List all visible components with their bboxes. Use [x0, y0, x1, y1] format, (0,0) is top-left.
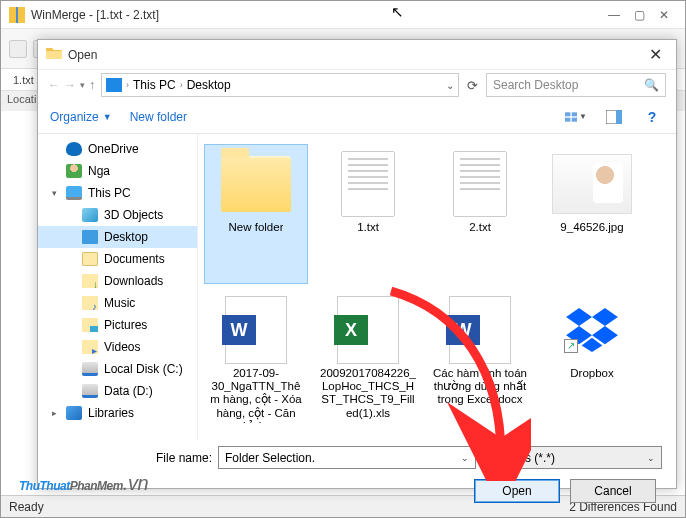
breadcrumb[interactable]: › This PC › Desktop ⌄ [101, 73, 459, 97]
file-label: Dropbox [570, 367, 613, 380]
chevron-icon: ▾ [52, 188, 60, 198]
search-input[interactable] [493, 78, 644, 92]
file-item[interactable]: 1.txt [316, 144, 420, 284]
close-icon[interactable]: ✕ [643, 43, 668, 66]
file-type-value: All Files (*.*) [489, 451, 555, 465]
organize-menu[interactable]: Organize ▼ [50, 110, 112, 124]
view-mode-button[interactable]: ▼ [564, 107, 588, 127]
nav-item-label: Data (D:) [104, 384, 153, 398]
nav-item-downloads[interactable]: Downloads [38, 270, 197, 292]
file-item[interactable]: Các hàm tính toán thường dùng nhất trong… [428, 290, 532, 430]
help-icon[interactable]: ? [640, 107, 664, 127]
main-title-bar: WinMerge - [1.txt - 2.txt] — ▢ ✕ [1, 1, 685, 29]
lib-icon [66, 406, 82, 420]
forward-button[interactable]: → [64, 78, 76, 92]
file-name-input[interactable]: Folder Selection. ⌄ [218, 446, 476, 469]
photo-icon [552, 149, 632, 219]
file-label: 1.txt [357, 221, 379, 234]
nav-item-label: Nga [88, 164, 110, 178]
history-dropdown[interactable]: ▾ [80, 80, 85, 90]
nav-item-videos[interactable]: Videos [38, 336, 197, 358]
nav-item-label: OneDrive [88, 142, 139, 156]
nav-item-onedrive[interactable]: OneDrive [38, 138, 197, 160]
cloud-icon [66, 142, 82, 156]
text-icon [328, 149, 408, 219]
file-item[interactable]: 2017-09-30_NgaTTN_Thêm hàng, cột - Xóa h… [204, 290, 308, 430]
open-file-dialog: Open ✕ ← → ▾ ↑ › This PC › Desktop ⌄ ⟳ 🔍… [37, 39, 677, 489]
file-label: 9_46526.jpg [560, 221, 623, 234]
nav-item-pictures[interactable]: Pictures [38, 314, 197, 336]
nav-item-label: This PC [88, 186, 131, 200]
crumb-this-pc[interactable]: This PC [133, 78, 176, 92]
nav-item-label: Desktop [104, 230, 148, 244]
dialog-title: Open [68, 48, 643, 62]
new-folder-button[interactable]: New folder [130, 110, 187, 124]
file-item[interactable]: 20092017084226_LopHoc_THCS_HST_THCS_T9_F… [316, 290, 420, 430]
chevron-down-icon[interactable]: ⌄ [461, 453, 469, 463]
organize-label: Organize [50, 110, 99, 124]
file-label: 2.txt [469, 221, 491, 234]
svg-rect-1 [18, 7, 25, 23]
nav-item-3d-objects[interactable]: 3D Objects [38, 204, 197, 226]
winmerge-icon [9, 7, 25, 23]
preview-pane-button[interactable] [602, 107, 626, 127]
desktop-icon [82, 230, 98, 244]
file-type-select[interactable]: All Files (*.*) ⌄ [482, 446, 662, 469]
nav-item-data-d-[interactable]: Data (D:) [38, 380, 197, 402]
word-icon [440, 295, 520, 365]
nav-item-desktop[interactable]: Desktop [38, 226, 197, 248]
svg-rect-0 [9, 7, 16, 23]
chevron-down-icon: ▼ [103, 112, 112, 122]
toolbar-button[interactable] [9, 40, 27, 58]
close-btn[interactable]: ✕ [659, 8, 669, 22]
chevron-down-icon[interactable]: ⌄ [446, 80, 454, 91]
down-icon [82, 274, 98, 288]
cancel-button[interactable]: Cancel [570, 479, 656, 503]
music-icon [82, 296, 98, 310]
nav-item-local-disk-c-[interactable]: Local Disk (C:) [38, 358, 197, 380]
file-label: 2017-09-30_NgaTTN_Thêm hàng, cột - Xóa h… [207, 367, 305, 423]
folder-icon [216, 149, 296, 219]
cube-icon [82, 208, 98, 222]
nav-item-label: Pictures [104, 318, 147, 332]
nav-item-documents[interactable]: Documents [38, 248, 197, 270]
nav-tree[interactable]: OneDriveNga▾This PC3D ObjectsDesktopDocu… [38, 134, 198, 440]
pc-icon [106, 78, 122, 92]
file-item[interactable]: New folder [204, 144, 308, 284]
nav-item-music[interactable]: Music [38, 292, 197, 314]
minimize-btn[interactable]: — [608, 8, 620, 22]
file-item[interactable]: 9_46526.jpg [540, 144, 644, 284]
nav-item-label: Videos [104, 340, 140, 354]
up-button[interactable]: ↑ [89, 78, 95, 92]
maximize-btn[interactable]: ▢ [634, 8, 645, 22]
chevron-icon: ▸ [52, 408, 60, 418]
open-button[interactable]: Open [474, 479, 560, 503]
nav-item-label: Libraries [88, 406, 134, 420]
svg-rect-8 [616, 110, 622, 124]
back-button[interactable]: ← [48, 78, 60, 92]
disk-icon [82, 362, 98, 376]
crumb-desktop[interactable]: Desktop [187, 78, 231, 92]
file-list[interactable]: New folder1.txt2.txt9_46526.jpg2017-09-3… [198, 134, 676, 440]
user-icon [66, 164, 82, 178]
search-icon: 🔍 [644, 78, 659, 92]
svg-rect-4 [572, 112, 577, 116]
search-box[interactable]: 🔍 [486, 73, 666, 97]
file-item[interactable]: Dropbox [540, 290, 644, 430]
dropbox-icon [552, 295, 632, 365]
excel-icon [328, 295, 408, 365]
chevron-down-icon[interactable]: ⌄ [647, 453, 655, 463]
file-label: Các hàm tính toán thường dùng nhất trong… [431, 367, 529, 407]
file-name-label: File name: [52, 451, 212, 465]
nav-item-nga[interactable]: Nga [38, 160, 197, 182]
nav-item-this-pc[interactable]: ▾This PC [38, 182, 197, 204]
refresh-icon[interactable]: ⟳ [465, 78, 480, 93]
folder-open-icon [46, 46, 62, 63]
svg-rect-6 [572, 117, 577, 121]
nav-item-libraries[interactable]: ▸Libraries [38, 402, 197, 424]
nav-item-label: Music [104, 296, 135, 310]
folder-doc-icon [82, 252, 98, 266]
chevron-right-icon: › [126, 80, 129, 90]
videos-icon [82, 340, 98, 354]
file-item[interactable]: 2.txt [428, 144, 532, 284]
